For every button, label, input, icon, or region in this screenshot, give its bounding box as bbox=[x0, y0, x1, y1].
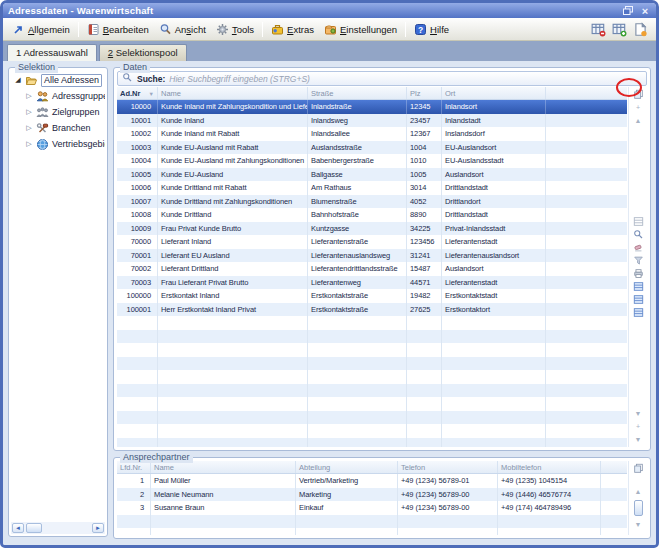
column-header-telefon[interactable]: Telefon bbox=[398, 461, 498, 473]
column-header-mobiltelefon[interactable]: Mobiltelefon bbox=[498, 461, 601, 473]
scrollbar-thumb[interactable] bbox=[26, 523, 42, 533]
strip-button[interactable] bbox=[629, 462, 647, 475]
table-row[interactable]: 10004Kunde EU-Ausland mit Zahlungskondit… bbox=[117, 154, 627, 168]
table-row[interactable]: 100001Herr Erstkontakt Inland PrivatErst… bbox=[117, 303, 627, 317]
titlebar[interactable]: Adressdaten - Warenwirtschaft × bbox=[3, 3, 656, 18]
strip-button[interactable] bbox=[629, 228, 647, 241]
cell bbox=[308, 438, 407, 448]
cell bbox=[151, 528, 296, 535]
scrollbar-thumb[interactable] bbox=[634, 500, 643, 516]
table-row[interactable]: 10008Kunde DrittlandBahnhofstraße8890Dri… bbox=[117, 208, 627, 222]
cell bbox=[442, 384, 546, 398]
strip-button[interactable] bbox=[629, 306, 647, 319]
table-row[interactable]: 10009Frau Privat Kunde BruttoKuntzgasse3… bbox=[117, 222, 627, 236]
menu-ansicht[interactable]: Ansicht bbox=[154, 21, 211, 38]
cell bbox=[442, 424, 546, 438]
empty-row bbox=[117, 316, 627, 330]
column-header-plz[interactable]: Plz bbox=[407, 87, 442, 99]
strip-button[interactable]: + bbox=[629, 420, 647, 433]
table-row[interactable]: 70003Frau Lieferant Privat BruttoLiefera… bbox=[117, 276, 627, 290]
collapse-icon[interactable]: ▷ bbox=[25, 108, 33, 116]
search-label: Suche: bbox=[137, 74, 165, 84]
table-row[interactable]: 10003Kunde EU-Ausland mit RabattAuslands… bbox=[117, 141, 627, 155]
export-table-icon[interactable] bbox=[591, 22, 606, 37]
restore-button[interactable] bbox=[622, 5, 634, 16]
expand-icon[interactable]: ◢ bbox=[14, 76, 22, 84]
add-table-icon[interactable] bbox=[612, 22, 627, 37]
strip-button[interactable] bbox=[629, 241, 647, 254]
cell: Melanie Neumann bbox=[151, 488, 296, 502]
table-row[interactable]: 3Susanne BraunEinkauf+49 (1234) 56789-00… bbox=[117, 501, 627, 515]
search-input[interactable]: Suche: Hier Suchbegriff eingeben (STRG+S… bbox=[117, 71, 647, 86]
strip-button[interactable] bbox=[629, 88, 647, 101]
close-button[interactable]: × bbox=[639, 5, 651, 16]
collapse-icon[interactable]: ▷ bbox=[25, 92, 33, 100]
table-row[interactable]: 2Melanie NeumannMarketing+49 (1234) 5678… bbox=[117, 488, 627, 502]
scroll-left-icon[interactable]: ◄ bbox=[12, 523, 24, 533]
strip-button[interactable]: ▲ bbox=[629, 485, 647, 498]
table-row[interactable]: 10002Kunde Inland mit RabattInlandsallee… bbox=[117, 127, 627, 141]
search-icon bbox=[122, 72, 133, 83]
tab-1-adressauswahl[interactable]: 1 Adressauswahl bbox=[7, 44, 97, 61]
cell bbox=[117, 397, 158, 411]
cell: Kunde Inland bbox=[158, 114, 308, 128]
cell: Frau Privat Kunde Brutto bbox=[158, 222, 308, 236]
cell: EU-Auslandsstadt bbox=[442, 154, 546, 168]
cell bbox=[117, 424, 158, 438]
new-document-icon[interactable] bbox=[633, 22, 648, 37]
table-row[interactable]: 1Paul MüllerVertrieb/Marketing+49 (1234)… bbox=[117, 474, 627, 488]
cell: 34225 bbox=[407, 222, 442, 236]
cell: +49 (174) 464789496 bbox=[498, 501, 601, 515]
tree-item-branchen[interactable]: ▷Branchen bbox=[11, 120, 105, 136]
menu-bearbeiten[interactable]: Bearbeiten bbox=[82, 21, 154, 38]
collapse-icon[interactable]: ▷ bbox=[25, 124, 33, 132]
column-header-adnr[interactable]: Ad.Nr▼ bbox=[117, 87, 158, 99]
strip-button[interactable]: ▼ bbox=[629, 433, 647, 446]
horizontal-scrollbar[interactable]: ◄ ► bbox=[11, 522, 105, 534]
tree-item-label: Adressgruppen bbox=[52, 91, 105, 101]
cell bbox=[158, 384, 308, 398]
menu-tools[interactable]: Tools bbox=[211, 21, 259, 38]
column-header-ort[interactable]: Ort bbox=[442, 87, 546, 99]
cell: 100000 bbox=[117, 289, 158, 303]
table-row[interactable]: 10005Kunde EU-AuslandBallgasse1005Auslan… bbox=[117, 168, 627, 182]
table-row[interactable]: 100000Erstkontakt InlandErstkontaktstraß… bbox=[117, 289, 627, 303]
menu-einstellungen[interactable]: Einstellungen bbox=[319, 21, 402, 38]
toolbar-separator bbox=[405, 22, 406, 37]
cell bbox=[158, 357, 308, 371]
empty-row bbox=[117, 397, 627, 411]
cell: Inlandstraße bbox=[308, 100, 407, 114]
tree-item-adressgruppen[interactable]: ▷Adressgruppen bbox=[11, 88, 105, 104]
strip-button[interactable] bbox=[629, 280, 647, 293]
column-header-abteilung[interactable]: Abteilung bbox=[296, 461, 398, 473]
collapse-icon[interactable]: ▷ bbox=[25, 140, 33, 148]
tree-item-vertriebsgebiete[interactable]: ▷Vertriebsgebiete bbox=[11, 136, 105, 152]
column-header-name[interactable]: Name bbox=[158, 87, 308, 99]
menu-allgemein[interactable]: Allgemein bbox=[7, 21, 75, 38]
tree-item-zielgruppen[interactable]: ▷Zielgruppen bbox=[11, 104, 105, 120]
strip-button[interactable]: + bbox=[629, 101, 647, 114]
strip-button[interactable]: ▲ bbox=[629, 114, 647, 127]
tab-2-selektionspool[interactable]: 2 Selektionspool bbox=[99, 44, 187, 61]
strip-button[interactable] bbox=[629, 215, 647, 228]
cell: 27625 bbox=[407, 303, 442, 317]
table-row[interactable]: 10001Kunde InlandInlandsweg23457Inlandst… bbox=[117, 114, 627, 128]
table-row[interactable]: 70002Lieferant DrittlandLieferantendritt… bbox=[117, 262, 627, 276]
search-icon bbox=[633, 229, 644, 240]
table-row[interactable]: 10006Kunde Drittland mit RabattAm Rathau… bbox=[117, 181, 627, 195]
scroll-right-icon[interactable]: ► bbox=[92, 523, 104, 533]
table-row[interactable]: 70001Lieferant EU AuslandLieferantenausl… bbox=[117, 249, 627, 263]
table-row[interactable]: 10007Kunde Drittland mit Zahlungskonditi… bbox=[117, 195, 627, 209]
column-header-strae[interactable]: Straße bbox=[308, 87, 407, 99]
strip-button[interactable]: ▼ bbox=[629, 518, 647, 531]
strip-button[interactable] bbox=[629, 293, 647, 306]
tree-item-alle-adressen[interactable]: ◢Alle Adressen bbox=[11, 72, 105, 88]
table-row[interactable]: 70000Lieferant InlandLieferantenstraße12… bbox=[117, 235, 627, 249]
tools-icon bbox=[216, 23, 229, 36]
menu-extras[interactable]: Extras bbox=[266, 21, 319, 38]
table-row[interactable]: 10000Kunde Inland mit Zahlungskondition … bbox=[117, 100, 627, 114]
strip-button[interactable]: ▼ bbox=[629, 407, 647, 420]
menu-hilfe[interactable]: ?Hilfe bbox=[409, 21, 454, 38]
strip-button[interactable] bbox=[629, 254, 647, 267]
strip-button[interactable] bbox=[629, 267, 647, 280]
